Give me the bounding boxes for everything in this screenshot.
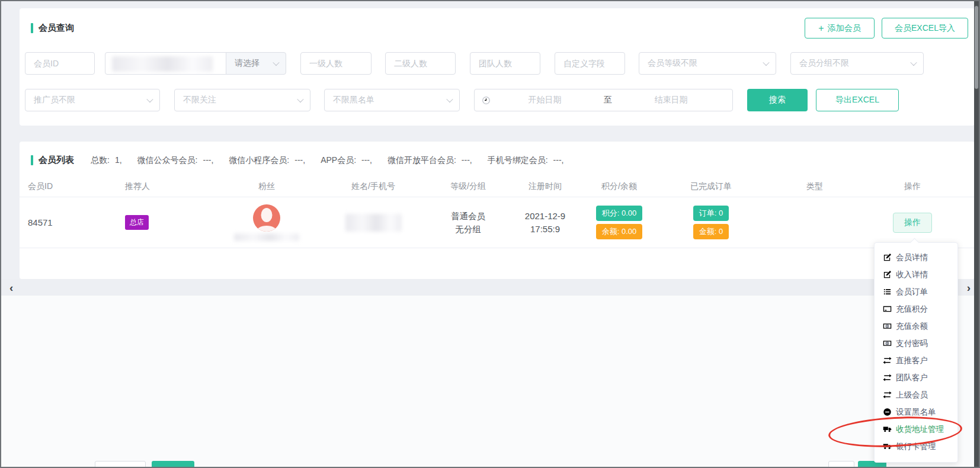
follow-value: 不限关注 bbox=[183, 95, 216, 105]
clock-icon bbox=[482, 96, 491, 105]
cutoff-button-white-right bbox=[828, 461, 854, 468]
exchange-icon bbox=[883, 356, 892, 365]
menu-item-member-detail[interactable]: 会员详情 bbox=[875, 249, 957, 266]
menu-item-label: 会员订单 bbox=[896, 287, 928, 297]
cutoff-button-teal-left bbox=[152, 461, 194, 468]
points-badge: 积分: 0.00 bbox=[596, 206, 643, 221]
name-blur bbox=[345, 214, 402, 232]
stat-phone-bind-value: ---, bbox=[553, 155, 564, 166]
blacklist-select[interactable]: 不限黑名单 bbox=[324, 89, 460, 111]
excel-import-label: 会员EXCEL导入 bbox=[895, 23, 955, 34]
scroll-right-icon[interactable]: › bbox=[967, 282, 971, 293]
keyword-type-value: 请选择 bbox=[235, 58, 260, 69]
menu-item-upline-member[interactable]: 上级会员 bbox=[875, 386, 957, 403]
stat-phone-bind-label: 手机号绑定会员: bbox=[488, 155, 548, 166]
menu-item-label: 充值余额 bbox=[896, 321, 928, 332]
table-row: 84571 总店 普通会员 无分组 20 bbox=[20, 197, 975, 248]
menu-item-direct-customers[interactable]: 直推客户 bbox=[875, 352, 957, 369]
chevron-down-icon bbox=[273, 59, 279, 66]
horizontal-scroll-band[interactable]: ‹ › bbox=[1, 279, 979, 296]
stat-app-label: APP会员: bbox=[321, 155, 356, 166]
member-stats: 总数:1, 微信公众号会员:---, 微信小程序会员:---, APP会员:--… bbox=[91, 155, 564, 166]
search-button[interactable]: 搜索 bbox=[747, 89, 808, 111]
section-marker bbox=[31, 155, 33, 165]
col-type: 类型 bbox=[764, 181, 865, 192]
add-member-label: 添加会员 bbox=[828, 23, 861, 34]
stat-wechat-official-value: ---, bbox=[203, 155, 213, 166]
content-lower-area bbox=[1, 296, 979, 467]
excel-import-button[interactable]: 会员EXCEL导入 bbox=[882, 18, 968, 39]
section-marker bbox=[31, 23, 33, 33]
cell-completed-orders: 订单: 0 金额: 0 bbox=[658, 206, 764, 239]
list-card-title: 会员列表 bbox=[39, 155, 74, 166]
custom-field-input[interactable] bbox=[555, 52, 625, 75]
chevron-down-icon bbox=[763, 59, 769, 66]
date-start-placeholder[interactable]: 开始日期 bbox=[491, 95, 599, 105]
menu-item-member-orders[interactable]: 会员订单 bbox=[875, 283, 957, 300]
menu-item-recharge-points[interactable]: 充值积分 bbox=[875, 300, 957, 318]
date-range-picker[interactable]: 开始日期 至 结束日期 bbox=[474, 89, 733, 111]
level1-count-input[interactable] bbox=[300, 52, 371, 75]
col-reg-time: 注册时间 bbox=[510, 181, 581, 192]
member-group-select[interactable]: 会员分组不限 bbox=[790, 52, 924, 75]
col-points-balance: 积分/余额 bbox=[581, 181, 658, 192]
cell-referrer: 总店 bbox=[116, 215, 213, 230]
export-excel-label: 导出EXCEL bbox=[835, 95, 879, 105]
stat-total-label: 总数: bbox=[91, 155, 110, 166]
menu-item-label: 会员详情 bbox=[896, 252, 928, 263]
referrer-badge: 总店 bbox=[125, 215, 149, 230]
add-member-button[interactable]: + 添加会员 bbox=[805, 18, 875, 39]
menu-item-label: 充值积分 bbox=[896, 304, 928, 315]
row-action-button[interactable]: 操作 bbox=[893, 213, 932, 233]
promoter-value: 推广员不限 bbox=[34, 95, 75, 105]
edit-icon bbox=[883, 270, 892, 279]
money-icon bbox=[883, 322, 892, 331]
query-card-title: 会员查询 bbox=[39, 23, 74, 34]
team-count-input[interactable] bbox=[470, 52, 540, 75]
chevron-down-icon bbox=[446, 96, 453, 102]
amount-badge: 金额: 0 bbox=[693, 224, 729, 239]
menu-item-team-customers[interactable]: 团队客户 bbox=[875, 369, 957, 386]
level2-count-input[interactable] bbox=[385, 52, 456, 75]
chevron-down-icon bbox=[910, 59, 917, 66]
keyword-type-select[interactable]: 请选择 bbox=[226, 52, 286, 75]
member-id-input[interactable] bbox=[25, 52, 95, 75]
menu-item-pay-password[interactable]: 支付密码 bbox=[875, 335, 957, 352]
promoter-select[interactable]: 推广员不限 bbox=[25, 89, 160, 111]
bankcard-icon bbox=[883, 304, 892, 313]
menu-item-recharge-balance[interactable]: 充值余额 bbox=[875, 318, 957, 335]
col-referrer: 推荐人 bbox=[116, 181, 213, 192]
member-group-value: 会员分组不限 bbox=[799, 58, 849, 69]
date-end-placeholder[interactable]: 结束日期 bbox=[617, 95, 725, 105]
menu-item-income-detail[interactable]: 收入详情 bbox=[875, 266, 957, 283]
stat-open-platform-value: ---, bbox=[462, 155, 472, 166]
vertical-scrollbar[interactable] bbox=[974, 1, 979, 467]
cutoff-button-white-left bbox=[95, 461, 146, 468]
member-level: 普通会员 bbox=[427, 210, 510, 223]
stat-miniprogram-value: ---, bbox=[294, 155, 305, 166]
member-group: 无分组 bbox=[427, 223, 510, 236]
date-separator: 至 bbox=[599, 95, 617, 105]
cell-reg-time: 2021-12-9 17:55:9 bbox=[510, 210, 581, 236]
fans-blur-text bbox=[234, 233, 299, 241]
cell-level-group: 普通会员 无分组 bbox=[427, 210, 510, 236]
col-member-id: 会员ID bbox=[27, 181, 116, 192]
menu-item-label: 上级会员 bbox=[896, 390, 928, 400]
reg-date: 2021-12-9 bbox=[510, 210, 581, 223]
keyword-blur-overlay bbox=[112, 56, 213, 72]
col-level-group: 等级/分组 bbox=[427, 181, 510, 192]
member-level-select[interactable]: 会员等级不限 bbox=[639, 52, 776, 75]
menu-item-label: 设置黑名单 bbox=[896, 407, 936, 418]
export-excel-button[interactable]: 导出EXCEL bbox=[816, 89, 899, 111]
scrollbar-thumb[interactable] bbox=[975, 6, 978, 89]
cell-points-balance: 积分: 0.00 余额: 0.00 bbox=[581, 206, 658, 239]
cell-actions: 操作 bbox=[865, 213, 960, 233]
balance-badge: 余额: 0.00 bbox=[596, 224, 643, 239]
stat-app-value: ---, bbox=[361, 155, 372, 166]
stat-miniprogram-label: 微信小程序会员: bbox=[229, 155, 289, 166]
cell-name-phone bbox=[320, 214, 427, 232]
scroll-left-icon[interactable]: ‹ bbox=[9, 282, 13, 293]
follow-select[interactable]: 不限关注 bbox=[174, 89, 310, 111]
exchange-icon bbox=[883, 390, 892, 399]
member-query-card: 会员查询 + 添加会员 会员EXCEL导入 请选择 会员等级不限 会员分 bbox=[20, 8, 975, 126]
